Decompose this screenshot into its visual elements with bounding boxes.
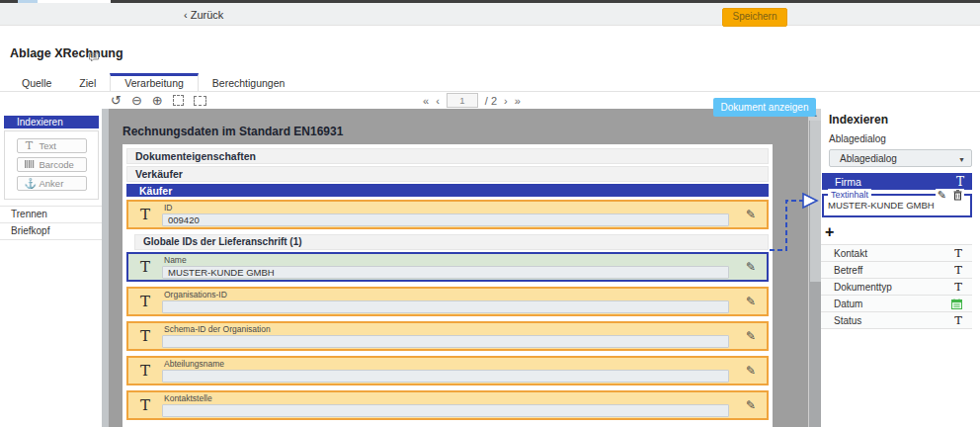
text-type-icon: T (954, 313, 962, 327)
scrollbar-thumb[interactable] (810, 121, 821, 282)
subsection-bar[interactable]: Globale IDs der Lieferanschrift (1) (134, 234, 769, 250)
comment-bubble-icon[interactable] (88, 49, 100, 67)
text-type-icon: T (954, 263, 962, 277)
field-label: Abteilungsname (164, 360, 729, 369)
top-navigation-bar: ‹ Zurück Speichern (0, 3, 980, 26)
delete-icon[interactable] (953, 190, 962, 201)
field-label: ID (164, 204, 729, 213)
field-input[interactable] (162, 300, 729, 313)
field-row-id[interactable]: TID✎ (126, 200, 769, 229)
document-canvas: Rechnungsdaten im Standard EN16931 Dokum… (109, 109, 808, 427)
save-button[interactable]: Speichern (722, 8, 787, 27)
viewer-toolbar: ↺ ⊖ ⊕ (111, 92, 206, 109)
index-tools-group: TTextBarcode⚓Anker (4, 130, 99, 200)
canvas-scrollbar[interactable]: ▲ (808, 109, 821, 427)
tool-label: Anker (40, 178, 64, 189)
tool-label: Barcode (40, 159, 74, 170)
zoom-out-icon[interactable]: ⊖ (131, 92, 142, 109)
index-field-label: Datum (834, 299, 862, 309)
textinhalt-label: Textinhalt (828, 189, 871, 201)
edit-icon[interactable]: ✎ (735, 260, 767, 274)
field-input[interactable] (162, 335, 729, 348)
index-panel-title: Indexieren (829, 113, 980, 127)
field-input[interactable] (162, 370, 729, 383)
edit-icon[interactable]: ✎ (735, 364, 767, 378)
index-field-label: Kontakt (834, 248, 867, 259)
fit-page-icon[interactable] (173, 95, 184, 106)
first-page-button[interactable]: « (423, 95, 429, 107)
ablagedialog-select[interactable]: Ablagedialog ▼ (829, 149, 972, 167)
left-sidebar-scrollbar[interactable] (102, 109, 109, 427)
text-type-icon: T (954, 280, 962, 294)
document-title: Rechnungsdaten im Standard EN16931 (122, 125, 343, 138)
index-field-kontakt[interactable]: KontaktT (821, 245, 972, 262)
back-link[interactable]: ‹ Zurück (184, 7, 223, 23)
tab-berechtigungen[interactable]: Berechtigungen (199, 74, 299, 92)
field-label: Name (164, 256, 729, 265)
page-title: Ablage XRechnung (10, 46, 123, 60)
firma-label: Firma (835, 176, 861, 188)
field-row-abteilungsname[interactable]: TAbteilungsname✎ (126, 356, 769, 385)
next-page-button[interactable]: › (504, 95, 508, 107)
field-row-schema-id-der-organisation[interactable]: TSchema-ID der Organisation✎ (126, 321, 769, 351)
chevron-down-icon: ▼ (958, 151, 965, 168)
tool-anker-button[interactable]: ⚓Anker (17, 176, 87, 191)
field-input[interactable] (162, 404, 729, 417)
invoice-fields-panel: DokumenteigenschaftenVerkäuferKäuferTID✎… (122, 144, 773, 427)
text-type-icon: T (128, 254, 162, 280)
index-field-list: KontaktTBetreffTDokumenttypTDatumStatusT (821, 244, 972, 329)
index-field-datum[interactable]: Datum (821, 296, 972, 312)
text-type-icon: T (128, 202, 162, 227)
text-type-icon: T (956, 175, 964, 189)
index-field-betreff[interactable]: BetreffT (821, 262, 972, 279)
tool-barcode-button[interactable]: Barcode (17, 157, 87, 172)
section-bar[interactable]: Käufer (126, 184, 769, 197)
add-index-field-button[interactable]: + (825, 224, 841, 239)
sidebar-section-indexieren[interactable]: Indexieren (4, 116, 99, 128)
left-sidebar: Indexieren TTextBarcode⚓Anker TrennenBri… (0, 109, 102, 427)
section-bar[interactable]: Dokumenteigenschaften (126, 148, 769, 164)
tool-label: Text (40, 140, 56, 151)
edit-icon[interactable]: ✎ (735, 208, 767, 221)
zoom-in-icon[interactable]: ⊕ (152, 92, 163, 109)
textinhalt-field[interactable]: Textinhalt ✎ MUSTER-KUNDE GMBH (822, 194, 972, 217)
sidebar-item-trennen[interactable]: Trennen (0, 206, 102, 222)
sidebar-items: TrennenBriefkopf (0, 206, 102, 240)
text-type-icon: T (128, 289, 162, 314)
tab-verarbeitung[interactable]: Verarbeitung (110, 73, 199, 92)
field-row-kontaktstelle[interactable]: TKontaktstelle✎ (126, 390, 769, 420)
index-field-firma[interactable]: Firma T (822, 173, 972, 190)
anchor-icon: ⚓ (25, 178, 35, 190)
field-input[interactable] (162, 266, 729, 279)
text-type-icon: T (128, 358, 162, 384)
show-document-button[interactable]: Dokument anzeigen (713, 98, 816, 117)
index-field-label: Betreff (834, 265, 862, 276)
field-label: Organisations-ID (164, 291, 729, 299)
last-page-button[interactable]: » (515, 95, 521, 107)
section-bar[interactable]: Verkäufer (126, 166, 769, 182)
index-field-dokumenttyp[interactable]: DokumenttypT (821, 279, 972, 296)
rotate-icon[interactable]: ↺ (111, 92, 122, 109)
field-row-organisations-id[interactable]: TOrganisations-ID✎ (126, 287, 769, 316)
tab-ziel[interactable]: Ziel (65, 74, 110, 92)
text-icon: T (25, 140, 35, 152)
index-field-status[interactable]: StatusT (821, 312, 972, 329)
field-input[interactable] (162, 214, 729, 226)
edit-icon[interactable]: ✎ (735, 329, 767, 343)
field-row-name[interactable]: TName✎ (126, 252, 769, 282)
pagination: « ‹ / 2 › » (423, 93, 521, 108)
calendar-icon (951, 299, 962, 309)
page-total-label: / 2 (485, 95, 497, 107)
text-type-icon: T (954, 246, 962, 260)
tab-quelle[interactable]: Quelle (8, 74, 65, 92)
fit-width-icon[interactable] (194, 96, 206, 106)
page-number-input[interactable] (447, 93, 478, 108)
ablagedialog-selected-value: Ablagedialog (840, 153, 897, 164)
tool-text-button[interactable]: TText (17, 138, 87, 153)
edit-icon[interactable]: ✎ (735, 295, 767, 308)
edit-icon[interactable]: ✎ (938, 189, 946, 201)
prev-page-button[interactable]: ‹ (436, 95, 440, 107)
edit-icon[interactable]: ✎ (735, 398, 767, 412)
sidebar-item-briefkopf[interactable]: Briefkopf (0, 222, 102, 240)
index-field-label: Dokumenttyp (834, 282, 892, 293)
